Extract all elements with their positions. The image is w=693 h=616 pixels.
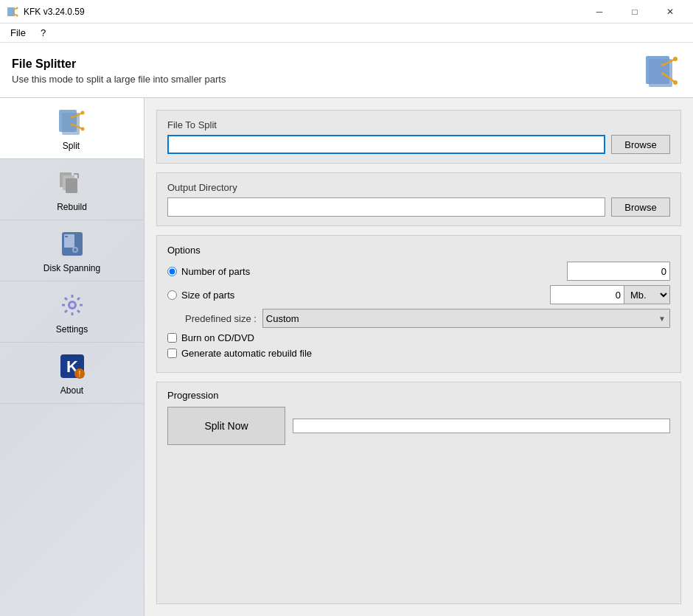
burn-on-cd-row: Burn on CD/DVD: [167, 332, 670, 343]
rebuild-icon: [56, 167, 88, 199]
svg-point-19: [71, 116, 74, 119]
window-controls: ─ □ ✕: [582, 0, 687, 24]
size-unit-select[interactable]: Mb. Kb. Gb. Bytes: [624, 285, 670, 304]
minimize-button[interactable]: ─: [582, 0, 616, 24]
svg-line-37: [77, 298, 80, 300]
menu-bar: File ?: [0, 24, 693, 43]
burn-on-cd-checkbox[interactable]: [167, 333, 177, 343]
output-directory-section: Output Directory Browse: [156, 172, 681, 226]
svg-point-3: [16, 7, 18, 9]
size-of-parts-input[interactable]: [550, 285, 624, 304]
svg-rect-0: [7, 7, 15, 16]
svg-point-17: [80, 111, 84, 115]
svg-line-36: [77, 310, 80, 312]
svg-point-10: [673, 80, 678, 85]
settings-icon: [56, 289, 88, 321]
predefined-size-select[interactable]: Custom CD 650MB CD 700MB DVD 4.7GB FAT32…: [262, 309, 670, 328]
content-area: File To Split Browse Output Directory Br…: [144, 98, 693, 616]
generate-rebuild-row: Generate automatic rebuild file: [167, 348, 670, 359]
progression-section: Progression Split Now: [156, 382, 681, 604]
output-directory-label: Output Directory: [167, 182, 670, 193]
app-header: File Splitter Use this mode to split a l…: [0, 43, 693, 98]
svg-point-12: [661, 72, 664, 75]
sidebar-item-disk-spanning[interactable]: Disk Spanning: [0, 220, 144, 281]
generate-rebuild-label[interactable]: Generate automatic rebuild file: [181, 348, 312, 359]
file-to-split-row: Browse: [167, 135, 670, 154]
sidebar-item-about[interactable]: K ! About: [0, 343, 144, 404]
size-of-parts-row: Size of parts Mb. Kb. Gb. Bytes: [167, 285, 670, 304]
number-of-parts-label[interactable]: Number of parts: [181, 266, 567, 277]
svg-point-27: [74, 248, 77, 251]
number-of-parts-radio[interactable]: [167, 267, 177, 276]
sidebar: Split Rebuild: [0, 98, 144, 616]
svg-point-30: [70, 303, 74, 307]
app-icon: [6, 5, 19, 18]
sidebar-label-about: About: [60, 385, 83, 396]
output-directory-row: Browse: [167, 197, 670, 217]
progress-bar: [293, 419, 670, 433]
sidebar-label-settings: Settings: [56, 324, 88, 335]
number-of-parts-input[interactable]: [567, 262, 670, 281]
progression-title: Progression: [167, 390, 670, 401]
size-of-parts-radio[interactable]: [167, 290, 177, 300]
sidebar-item-rebuild[interactable]: Rebuild: [0, 159, 144, 220]
split-icon: [55, 105, 88, 138]
output-directory-input[interactable]: [167, 197, 605, 217]
sidebar-label-split: Split: [63, 141, 80, 151]
output-directory-browse-button[interactable]: Browse: [611, 197, 670, 217]
app-container: File Splitter Use this mode to split a l…: [0, 43, 693, 616]
window-title: KFK v3.24.0.59: [24, 7, 582, 17]
header-icon: [643, 52, 681, 90]
size-input-group: Mb. Kb. Gb. Bytes: [550, 285, 670, 304]
header-text: File Splitter Use this mode to split a l…: [12, 57, 226, 85]
sidebar-item-settings[interactable]: Settings: [0, 281, 144, 343]
generate-rebuild-checkbox[interactable]: [167, 349, 177, 358]
page-title: File Splitter: [12, 57, 226, 71]
predefined-size-row: Predefined size : Custom CD 650MB CD 700…: [185, 309, 670, 328]
file-to-split-section: File To Split Browse: [156, 110, 681, 164]
split-now-button[interactable]: Split Now: [167, 407, 285, 445]
menu-file[interactable]: File: [3, 26, 33, 40]
options-title: Options: [167, 245, 670, 256]
page-subtitle: Use this mode to split a large file into…: [12, 74, 226, 85]
options-section: Options Number of parts Size of parts Mb…: [156, 235, 681, 373]
maximize-button[interactable]: □: [618, 0, 652, 24]
svg-point-9: [673, 57, 678, 61]
file-to-split-label: File To Split: [167, 119, 670, 130]
svg-point-18: [80, 127, 84, 131]
svg-point-11: [661, 63, 664, 66]
title-bar: KFK v3.24.0.59 ─ □ ✕: [0, 0, 693, 24]
burn-on-cd-label[interactable]: Burn on CD/DVD: [181, 332, 254, 343]
svg-rect-28: [65, 236, 68, 237]
about-icon: K !: [56, 350, 88, 382]
progression-controls: Split Now: [167, 407, 670, 445]
number-of-parts-row: Number of parts: [167, 262, 670, 281]
sidebar-label-rebuild: Rebuild: [57, 202, 87, 212]
sidebar-item-split[interactable]: Split: [0, 98, 144, 159]
disk-spanning-icon: [56, 228, 88, 260]
file-to-split-input[interactable]: [167, 135, 605, 154]
size-of-parts-label[interactable]: Size of parts: [181, 290, 550, 301]
file-to-split-browse-button[interactable]: Browse: [611, 135, 670, 154]
menu-help[interactable]: ?: [33, 26, 53, 40]
svg-point-20: [71, 123, 74, 126]
close-button[interactable]: ✕: [653, 0, 687, 24]
svg-point-4: [16, 14, 18, 16]
svg-text:!: !: [78, 370, 80, 378]
svg-line-38: [65, 310, 67, 312]
main-area: Split Rebuild: [0, 98, 693, 616]
sidebar-label-disk-spanning: Disk Spanning: [43, 263, 100, 273]
svg-line-35: [65, 298, 67, 300]
predefined-select-wrapper: Custom CD 650MB CD 700MB DVD 4.7GB FAT32…: [262, 309, 670, 328]
predefined-size-label: Predefined size :: [185, 313, 257, 324]
svg-rect-23: [66, 178, 77, 193]
